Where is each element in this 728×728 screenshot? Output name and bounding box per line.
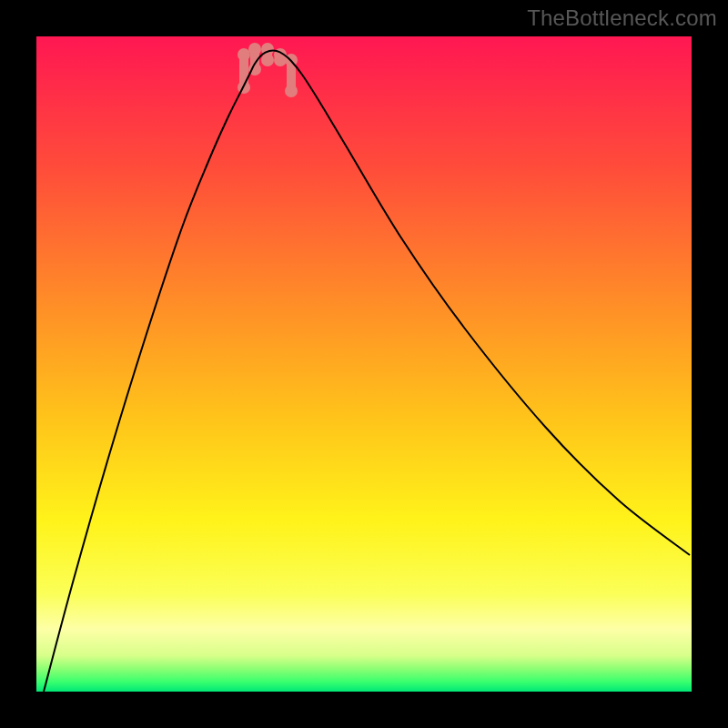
watermark-text: TheBottleneck.com [527,5,717,31]
trough-dot [238,48,250,61]
chart-frame: TheBottleneck.com [0,0,728,728]
trough-dot [261,54,274,66]
curve-layer [36,36,692,692]
bottleneck-curve [44,51,690,693]
trough-dot [248,43,261,56]
trough-dot [285,85,298,97]
plot-area [36,36,692,692]
